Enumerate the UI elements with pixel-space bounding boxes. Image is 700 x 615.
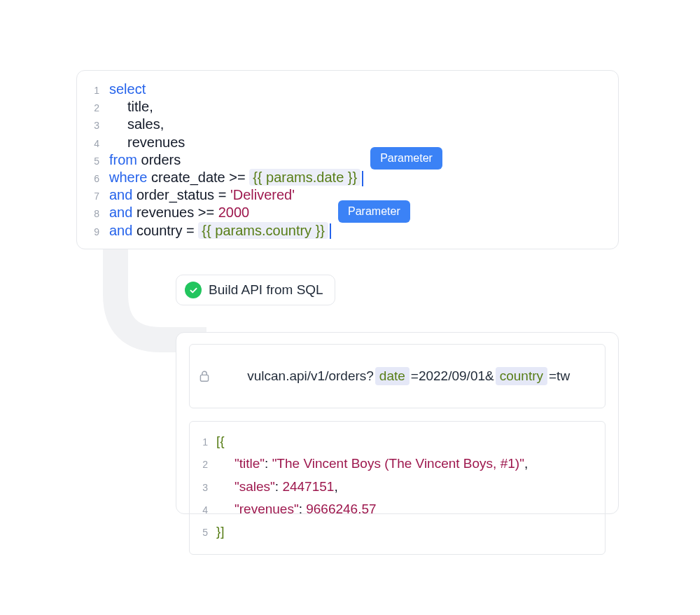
code-line: 2title,: [90, 98, 606, 116]
line-number: 5: [200, 525, 216, 541]
build-api-badge: Build API from SQL: [176, 275, 335, 305]
line-number: 4: [200, 502, 216, 519]
line-number: 7: [90, 191, 109, 203]
code-content: from orders: [109, 151, 181, 169]
api-url-bar: vulcan.api/v1/orders?date=2022/09/01&cou…: [189, 344, 606, 408]
line-number: 9: [90, 226, 109, 239]
code-line: 2"title": "The Vincent Boys (The Vincent…: [200, 452, 595, 475]
template-parameter: {{ params.country }}: [198, 222, 328, 239]
template-parameter: {{ params.date }}: [249, 169, 360, 186]
code-line: 6where create_date >= {{ params.date }}P…: [90, 169, 606, 186]
code-content: where create_date >= {{ params.date }}: [109, 169, 363, 186]
line-number: 3: [200, 480, 216, 497]
code-line: 3"sales": 2447151,: [200, 476, 595, 498]
code-content: select: [109, 81, 146, 98]
code-line: 3sales,: [90, 116, 606, 133]
url-param-date: date: [375, 367, 410, 385]
text-cursor: [362, 171, 363, 186]
text-cursor: [330, 223, 331, 239]
parameter-tag: Parameter: [338, 200, 410, 223]
code-content: and revenues >= 2000: [109, 204, 249, 221]
url-param-country: country: [496, 367, 547, 385]
api-url-text: vulcan.api/v1/orders?date=2022/09/01&cou…: [218, 352, 570, 401]
line-number: 1: [90, 85, 109, 97]
code-content: }]: [216, 520, 225, 543]
code-content: title,: [109, 98, 153, 116]
line-number: 5: [90, 156, 109, 168]
svg-rect-0: [200, 375, 208, 381]
parameter-tag: Parameter: [370, 147, 442, 170]
code-line: 5from orders: [90, 151, 606, 169]
code-line: 5}]: [200, 520, 595, 543]
code-line: 1select: [90, 81, 606, 98]
code-line: 9and country = {{ params.country }}Param…: [90, 222, 606, 240]
code-content: "sales": 2447151,: [216, 476, 338, 498]
code-content: revenues: [109, 134, 185, 151]
check-circle-icon: [185, 282, 202, 298]
code-content: and country = {{ params.country }}: [109, 222, 331, 240]
build-api-label: Build API from SQL: [209, 282, 323, 298]
line-number: 1: [200, 434, 216, 451]
line-number: 4: [90, 138, 109, 151]
code-content: sales,: [109, 116, 164, 133]
line-number: 2: [90, 102, 109, 115]
line-number: 6: [90, 173, 109, 186]
code-content: "revenues": 9666246.57: [216, 498, 377, 520]
code-content: [{: [216, 430, 225, 452]
code-line: 1[{: [200, 430, 595, 452]
code-content: "title": "The Vincent Boys (The Vincent …: [216, 452, 528, 475]
line-number: 8: [90, 208, 109, 221]
code-line: 4"revenues": 9666246.57: [200, 498, 595, 520]
diagram-canvas: 1select2title,3sales,4revenues5from orde…: [0, 0, 700, 615]
lock-icon: [198, 369, 211, 383]
api-result-panel: vulcan.api/v1/orders?date=2022/09/01&cou…: [176, 332, 619, 514]
line-number: 2: [200, 457, 216, 474]
json-response-box: 1[{2"title": "The Vincent Boys (The Vinc…: [189, 421, 606, 555]
sql-editor-panel: 1select2title,3sales,4revenues5from orde…: [76, 70, 619, 249]
code-content: and order_status = 'Delivered': [109, 186, 295, 204]
code-line: 4revenues: [90, 134, 606, 151]
line-number: 3: [90, 120, 109, 132]
